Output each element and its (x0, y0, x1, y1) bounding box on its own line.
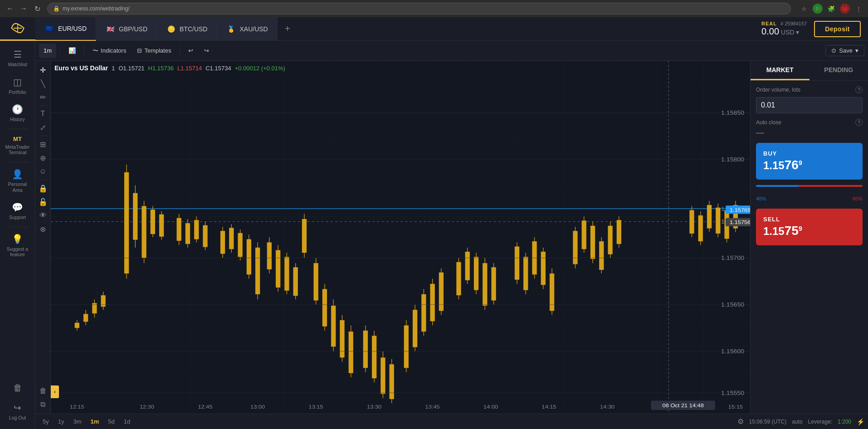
profile-icon[interactable]: M (840, 4, 850, 14)
account-balance: 0.00 (761, 26, 779, 37)
period-1d[interactable]: 1d (120, 417, 134, 426)
settings-tool[interactable]: ⊞ (36, 138, 50, 151)
sidebar-item-logout[interactable]: ↪ Log Out (0, 398, 35, 425)
volume-label: Order volume, lots (756, 87, 800, 93)
svg-text:15:15: 15:15 (728, 404, 743, 410)
support-icon: 💬 (12, 202, 23, 213)
time-bar-right: ⚙ 15:06:59 (UTC) auto Leverage: 1:200 ⚡ (737, 417, 864, 426)
line-tool[interactable]: ╲ (36, 77, 50, 90)
address-bar[interactable]: 🔒 my.exness.com/webtrading/ (47, 3, 791, 15)
delete-drawings-button[interactable]: 🗑 (36, 385, 50, 397)
top-header: 🇪🇺 EUR/USD 🇬🇧 GBP/USD 🪙 BTC/USD 🥇 XAU/US… (0, 17, 868, 41)
period-5d[interactable]: 5d (104, 417, 118, 426)
indicators-button[interactable]: 〜 Indicators (88, 44, 131, 58)
undo-button[interactable]: ↩ (184, 44, 198, 58)
period-5y[interactable]: 5y (39, 417, 53, 426)
measure-tool[interactable]: ⤢ (36, 121, 50, 134)
sidebar-item-history[interactable]: 🕐 History (0, 99, 35, 127)
svg-text:1.15600: 1.15600 (721, 348, 744, 355)
autoclose-value: — (756, 128, 764, 137)
buy-price: 1.15769 (763, 158, 802, 172)
tab-xauusd[interactable]: 🥇 XAU/USD (217, 17, 277, 41)
scroll-left-button[interactable]: ‹ (51, 385, 59, 398)
svg-text:13:00: 13:00 (250, 404, 265, 410)
xauusd-label: XAU/USD (239, 25, 268, 33)
svg-rect-28 (194, 220, 199, 239)
save-button[interactable]: ⊙ Save ▾ (825, 45, 864, 56)
lock-tool[interactable]: 🔒 (36, 182, 50, 195)
unlock-tool[interactable]: 🔓 (36, 195, 50, 208)
chart-low: L1.15714 (177, 65, 202, 72)
volume-input[interactable] (756, 97, 863, 113)
browser-chrome: ← → ↻ 🔒 my.exness.com/webtrading/ ☆ P 🧩 … (0, 0, 868, 17)
crosshair-tool[interactable]: ✛ (36, 63, 50, 76)
sidebar-divider-3 (6, 227, 29, 227)
autoclose-info-icon[interactable]: ? (855, 119, 863, 126)
svg-rect-64 (372, 336, 376, 378)
chart-section: 1m 📊 〜 Indicators ⊟ Templates ↩ ↪ (35, 41, 868, 429)
pen-tool[interactable]: ✏ (36, 91, 50, 103)
tab-gbpusd[interactable]: 🇬🇧 GBP/USD (96, 17, 157, 41)
tab-market[interactable]: MARKET (751, 61, 809, 80)
emoji-tool[interactable]: ☺ (36, 165, 50, 178)
add-tab-button[interactable]: + (279, 21, 296, 37)
svg-rect-30 (203, 225, 207, 247)
deposit-button[interactable]: Deposit (814, 21, 861, 37)
volume-info-icon[interactable]: ? (855, 86, 863, 93)
sidebar-item-personal[interactable]: 👤 PersonalArea (0, 164, 35, 197)
forward-button[interactable]: → (18, 3, 29, 14)
timeframe-button[interactable]: 1m (39, 44, 56, 58)
extension-icon[interactable]: P (813, 4, 823, 14)
buy-button[interactable]: BUY 1.15769 (756, 143, 863, 180)
sell-button[interactable]: SELL 1.15759 (756, 209, 863, 245)
svg-rect-22 (159, 214, 164, 237)
svg-text:14:30: 14:30 (600, 404, 614, 410)
sidebar-item-support[interactable]: 💬 Support (0, 197, 35, 225)
svg-rect-34 (229, 228, 234, 249)
autoclose-group: Auto close ? — (756, 119, 863, 137)
tab-pending[interactable]: PENDING (809, 61, 868, 80)
chart-pair-name: Euro vs US Dollar (54, 64, 108, 72)
tab-eurusd[interactable]: 🇪🇺 EUR/USD (35, 17, 96, 41)
chart-type-button[interactable]: 📊 (64, 44, 80, 58)
star-icon[interactable]: ☆ (799, 4, 809, 14)
svg-rect-88 (491, 267, 496, 300)
toolbar-right: ⊙ Save ▾ (825, 45, 864, 56)
logo-area (0, 17, 35, 41)
period-1m[interactable]: 1m (87, 417, 103, 426)
templates-button[interactable]: ⊟ Templates (132, 44, 176, 58)
drawing-toolbar: ✛ ╲ ✏ T ⤢ ⊞ ⊕ ☺ 🔒 🔓 👁 ⊗ 🗑 (35, 61, 51, 414)
svg-rect-76 (430, 284, 435, 321)
text-tool[interactable]: T (36, 107, 50, 120)
sidebar-item-mt[interactable]: MT MetaTraderTerminal (0, 131, 35, 160)
sidebar-divider-2 (6, 162, 29, 162)
time-bar: 5y 1y 3m 1m 5d 1d ⚙ 15:06:59 (UTC) auto … (35, 414, 868, 429)
layers-button[interactable]: ⧉ (36, 398, 50, 411)
svg-rect-40 (255, 248, 260, 294)
exness-logo (10, 20, 26, 36)
chart-settings-icon[interactable]: ⚙ (737, 417, 744, 426)
tab-btcusd[interactable]: 🪙 BTC/USD (157, 17, 217, 41)
reload-button[interactable]: ↻ (32, 3, 43, 14)
menu-icon[interactable]: ⋮ (853, 4, 863, 14)
svg-rect-84 (474, 257, 478, 290)
sidebar-item-portfolio[interactable]: ◫ Portfolio (0, 72, 35, 100)
volume-group: Order volume, lots ? (756, 86, 863, 113)
svg-rect-46 (284, 257, 289, 290)
magnet-tool[interactable]: ⊗ (36, 223, 50, 235)
back-button[interactable]: ← (5, 3, 15, 14)
svg-rect-66 (380, 357, 385, 394)
puzzle-icon[interactable]: 🧩 (826, 4, 836, 14)
sidebar-item-watchlist[interactable]: ☰ Watchlist (0, 44, 35, 72)
account-info: REAL # 25984157 0.00 USD ▾ (761, 21, 807, 37)
redo-button[interactable]: ↪ (200, 44, 214, 58)
chart-info-bar: Euro vs US Dollar 1 O1.15721 H1.15736 L1… (54, 64, 285, 72)
sidebar-item-trash[interactable]: 🗑 (0, 378, 35, 398)
zoom-tool[interactable]: ⊕ (36, 151, 50, 164)
eye-tool[interactable]: 👁 (36, 209, 50, 222)
svg-rect-114 (698, 215, 703, 241)
period-3m[interactable]: 3m (69, 417, 85, 426)
period-1y[interactable]: 1y (54, 417, 68, 426)
sidebar-item-suggest[interactable]: 💡 Suggest afeature (0, 229, 35, 262)
chart-canvas[interactable]: Euro vs US Dollar 1 O1.15721 H1.15736 L1… (51, 61, 750, 414)
